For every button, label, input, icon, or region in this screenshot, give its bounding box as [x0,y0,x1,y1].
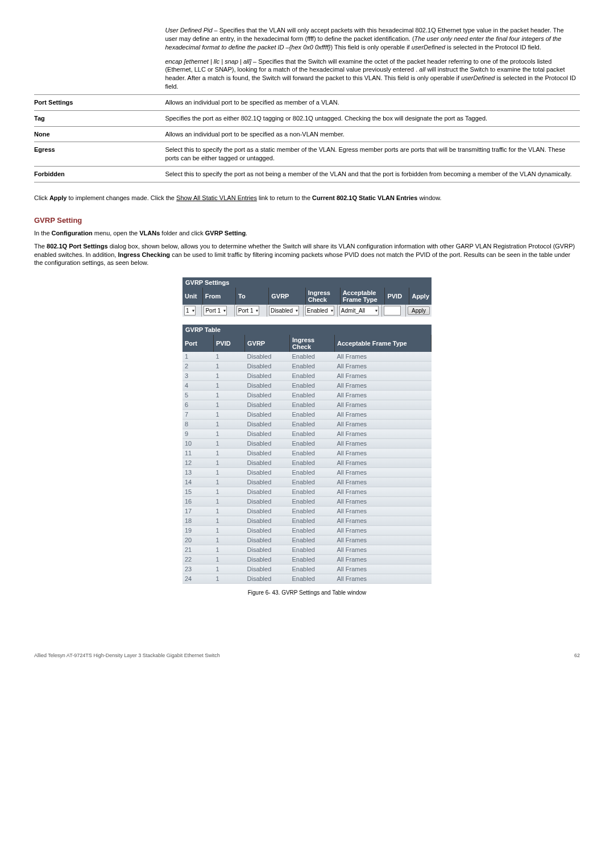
footer-left: Allied Telesyn AT-9724TS High-Density La… [34,653,220,658]
table-cell: 17 [182,506,214,516]
table-cell: 4 [182,381,214,391]
table-cell: 2 [182,362,214,371]
col-apply: Apply [409,288,432,305]
definition-row: NoneAllows an individual port to be spec… [34,126,580,142]
to-select[interactable]: Port 1 [237,306,260,315]
table-cell: All Frames [335,420,432,429]
table-cell: 1 [214,506,245,516]
th-port: Port [182,335,214,352]
table-cell: Disabled [245,458,290,468]
definition-label: Port Settings [34,94,165,110]
definition-desc: Allows an individual port to be specifie… [165,126,580,142]
table-cell: Enabled [290,420,335,429]
show-all-link[interactable]: Show All Static VLAN Entries [176,194,257,201]
table-cell: Disabled [245,545,290,555]
gvrp-settings-data-row: 1 Port 1 Port 1 Disabled Enabled Admit_A… [182,305,432,317]
table-cell: All Frames [335,535,432,545]
table-cell: Enabled [290,362,335,371]
table-cell: 16 [182,497,214,506]
gvrp-select[interactable]: Disabled [269,306,299,315]
table-cell: Disabled [245,391,290,400]
definition-desc: Allows an individual port to be specifie… [165,94,580,110]
table-row: 221DisabledEnabledAll Frames [182,555,432,564]
definition-label: Egress [34,142,165,167]
table-row: 11DisabledEnabledAll Frames [182,352,432,362]
table-cell: Enabled [290,371,335,381]
table-cell: 1 [214,564,245,574]
definition-desc: Select this to specify the port as a sta… [165,142,580,167]
gvrp-table-title: GVRP Table [182,325,432,335]
table-cell: 13 [182,468,214,477]
table-cell: 1 [214,526,245,535]
apply-button[interactable]: Apply [408,306,430,315]
table-cell: Enabled [290,574,335,584]
window-name: Current 802.1Q Static VLAN Entries [312,194,417,201]
table-cell: 10 [182,439,214,448]
table-row: 71DisabledEnabledAll Frames [182,410,432,420]
table-cell: 3 [182,371,214,381]
table-cell: 1 [214,381,245,391]
th-gvrp: GVRP [245,335,290,352]
gvrp-table-panel: GVRP Table Port PVID GVRP Ingress Check … [182,325,432,584]
definition-desc: Select this to specify the port as not b… [165,167,580,182]
table-cell: 1 [214,535,245,545]
table-cell: 14 [182,477,214,487]
col-pvid: PVID [385,288,409,305]
table-row: 151DisabledEnabledAll Frames [182,487,432,497]
table-cell: 23 [182,564,214,574]
pvid-input[interactable] [384,306,401,315]
table-cell: Disabled [245,371,290,381]
table-cell: 1 [214,400,245,410]
from-select[interactable]: Port 1 [204,306,227,315]
aft-select[interactable]: Admit_All [339,306,379,315]
ingress-select[interactable]: Enabled [305,306,334,315]
table-row: 131DisabledEnabledAll Frames [182,468,432,477]
table-cell: Disabled [245,410,290,420]
table-cell: 1 [214,497,245,506]
figure-caption: Figure 6- 43. GVRP Settings and Table wi… [34,589,580,596]
gvrp-table: Port PVID GVRP Ingress Check Acceptable … [182,335,432,584]
table-cell: All Frames [335,526,432,535]
table-cell: Disabled [245,574,290,584]
table-cell: All Frames [335,439,432,448]
table-cell: Enabled [290,391,335,400]
definition-table: User Defined Pid – Specifies that the VL… [34,23,580,182]
table-cell: Enabled [290,545,335,555]
table-cell: Enabled [290,555,335,564]
definition-label [34,23,165,94]
table-cell: Enabled [290,487,335,497]
table-cell: All Frames [335,410,432,420]
table-cell: All Frames [335,506,432,516]
table-cell: All Frames [335,391,432,400]
table-cell: Enabled [290,564,335,574]
definition-label: None [34,126,165,142]
col-ingress: Ingress Check [306,288,341,305]
table-cell: 1 [214,391,245,400]
table-row: 41DisabledEnabledAll Frames [182,381,432,391]
table-row: 61DisabledEnabledAll Frames [182,400,432,410]
table-cell: Disabled [245,487,290,497]
table-cell: 1 [214,477,245,487]
table-cell: Disabled [245,400,290,410]
gvrp-description: The 802.1Q Port Settings dialog box, sho… [34,242,580,268]
table-cell: All Frames [335,352,432,362]
table-cell: 8 [182,420,214,429]
definition-row: ForbiddenSelect this to specify the port… [34,167,580,182]
table-cell: Enabled [290,477,335,487]
definition-desc: Specifies the port as either 802.1Q tagg… [165,110,580,126]
table-cell: Disabled [245,468,290,477]
table-cell: Enabled [290,429,335,439]
table-row: 231DisabledEnabledAll Frames [182,564,432,574]
unit-select[interactable]: 1 [184,306,196,315]
table-cell: Enabled [290,506,335,516]
table-cell: 1 [214,458,245,468]
table-cell: 15 [182,487,214,497]
table-cell: 1 [214,468,245,477]
table-cell: 1 [214,352,245,362]
table-cell: 18 [182,516,214,526]
table-cell: All Frames [335,516,432,526]
table-cell: Enabled [290,381,335,391]
table-cell: 11 [182,448,214,458]
page-footer: Allied Telesyn AT-9724TS High-Density La… [34,653,580,658]
table-cell: All Frames [335,468,432,477]
